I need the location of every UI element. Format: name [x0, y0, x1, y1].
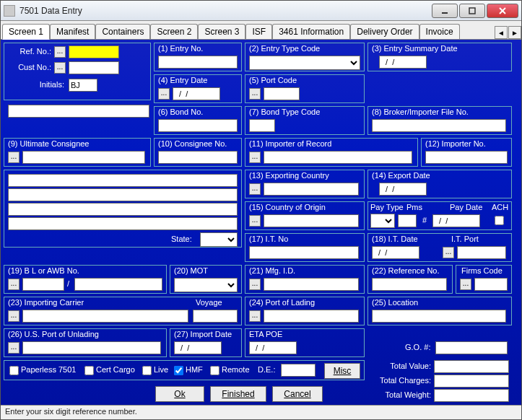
lbl-pms: Pms	[406, 203, 422, 211]
input-freetext[interactable]	[8, 105, 149, 118]
pick-custno[interactable]: ...	[54, 62, 66, 74]
tab-delivery[interactable]: Delivery Order	[350, 24, 419, 39]
input-itdate[interactable]	[372, 246, 419, 259]
input-bondno[interactable]	[158, 119, 238, 132]
pick-mfg[interactable]: ...	[249, 279, 261, 290]
lbl-summarydate: (3) Entry Summary Date	[372, 44, 458, 53]
chk-hmf[interactable]	[174, 366, 183, 375]
tab-isf[interactable]: ISF	[245, 24, 272, 39]
chk-cert[interactable]	[84, 366, 94, 375]
input-summarydate[interactable]	[379, 56, 427, 69]
input-ultconsignee[interactable]	[22, 151, 145, 164]
input-countryorigin[interactable]	[264, 214, 359, 227]
pick-ultconsignee[interactable]: ...	[8, 152, 19, 163]
pick-portlading[interactable]: ...	[249, 310, 261, 322]
tab-manifest[interactable]: Manifest	[50, 24, 95, 39]
pick-entrydate[interactable]: ...	[158, 88, 170, 100]
btn-finished[interactable]: Finished	[210, 386, 266, 402]
input-importdate[interactable]	[174, 341, 222, 354]
input-voyage[interactable]	[193, 310, 238, 323]
input-bl2[interactable]	[74, 278, 162, 291]
chk-ach[interactable]	[495, 216, 504, 225]
input-consigneeno[interactable]	[158, 151, 238, 164]
lbl-paytype: Pay Type	[370, 203, 404, 211]
input-entryno[interactable]	[158, 56, 238, 69]
lbl-ach: ACH	[492, 203, 508, 211]
pick-itport[interactable]: ...	[443, 247, 454, 258]
tab-screen2[interactable]: Screen 2	[150, 24, 198, 39]
pick-firms[interactable]: ...	[460, 279, 471, 290]
select-entrytype[interactable]	[249, 56, 360, 70]
input-impcarrier[interactable]	[22, 310, 188, 323]
input-itno[interactable]	[249, 246, 359, 259]
lbl-importdate: (27) Import Date	[174, 330, 232, 338]
input-de[interactable]	[281, 364, 316, 377]
form-body: Ref. No.: ... Cust No.: ... Initials: (1…	[1, 40, 521, 405]
input-portlading[interactable]	[264, 310, 359, 323]
pick-usport[interactable]: ...	[8, 342, 19, 354]
tab-scroll-left[interactable]: ◄	[495, 26, 508, 39]
input-mfg[interactable]	[264, 278, 359, 291]
chk-live[interactable]	[142, 366, 152, 375]
chk-paperless[interactable]	[9, 366, 19, 375]
lbl-totalvalue: Total Value:	[376, 362, 431, 370]
maximize-button[interactable]	[459, 4, 485, 18]
input-addr1[interactable]	[8, 174, 238, 187]
input-addr2[interactable]	[8, 188, 238, 201]
input-entrydate[interactable]	[173, 87, 220, 100]
btn-ok[interactable]: Ok	[155, 386, 204, 402]
lbl-portcode: (5) Port Code	[249, 76, 297, 84]
minimize-button[interactable]	[432, 4, 458, 18]
tab-invoice[interactable]: Invoice	[419, 24, 460, 39]
input-bondtype[interactable]	[249, 119, 275, 132]
pick-importerrec[interactable]: ...	[249, 152, 261, 163]
input-totalcharges[interactable]	[434, 375, 509, 388]
close-button[interactable]	[487, 4, 518, 18]
input-importerno[interactable]	[425, 151, 508, 164]
input-itport[interactable]	[457, 246, 506, 259]
tab-scroll-right[interactable]: ►	[508, 26, 521, 39]
input-usport[interactable]	[22, 341, 161, 354]
pick-countryorigin[interactable]: ...	[249, 215, 261, 227]
input-brokerfile[interactable]	[372, 119, 506, 132]
input-location[interactable]	[372, 310, 506, 323]
tab-3461[interactable]: 3461 Information	[272, 24, 350, 39]
input-addr4[interactable]	[8, 217, 238, 230]
btn-cancel[interactable]: Cancel	[272, 386, 323, 402]
chk-remote[interactable]	[210, 366, 219, 375]
input-addr3[interactable]	[8, 203, 238, 216]
lbl-brokerfile: (8) Broker/Importer File No.	[372, 108, 469, 116]
input-eta[interactable]	[249, 341, 297, 354]
pick-exportcountry[interactable]: ...	[249, 183, 261, 195]
input-pms[interactable]	[398, 214, 417, 227]
tab-screen1[interactable]: Screen 1	[2, 24, 50, 40]
input-custno[interactable]	[69, 61, 119, 74]
lbl-exportdate: (14) Export Date	[372, 171, 430, 180]
input-totalvalue[interactable]	[434, 360, 509, 373]
input-initials[interactable]	[69, 79, 97, 92]
tab-screen3[interactable]: Screen 3	[198, 24, 245, 39]
input-importerrec[interactable]	[264, 151, 412, 164]
input-exportdate[interactable]	[379, 183, 427, 196]
input-paydate[interactable]	[432, 214, 480, 227]
select-mot[interactable]	[174, 278, 238, 292]
input-firms[interactable]	[474, 278, 508, 291]
input-exportcountry[interactable]	[264, 183, 359, 196]
lbl-mot: (20) MOT	[174, 266, 208, 275]
input-refno22[interactable]	[372, 278, 447, 291]
input-portcode[interactable]	[264, 87, 300, 100]
lbl-slash: /	[67, 279, 69, 288]
input-go[interactable]	[435, 341, 508, 354]
btn-misc[interactable]: Misc	[324, 363, 360, 379]
pick-bl[interactable]: ...	[8, 279, 19, 290]
select-paytype[interactable]	[370, 214, 395, 228]
lbl-bl: (19) B L or AWB No.	[8, 266, 79, 275]
input-refno[interactable]	[69, 45, 119, 58]
pick-portcode[interactable]: ...	[249, 88, 261, 100]
pick-refno[interactable]: ...	[54, 46, 66, 58]
input-totalweight[interactable]	[434, 389, 509, 402]
input-bl1[interactable]	[22, 278, 64, 291]
select-state[interactable]	[200, 232, 238, 247]
tab-containers[interactable]: Containers	[95, 24, 150, 39]
pick-impcarrier[interactable]: ...	[8, 310, 19, 322]
